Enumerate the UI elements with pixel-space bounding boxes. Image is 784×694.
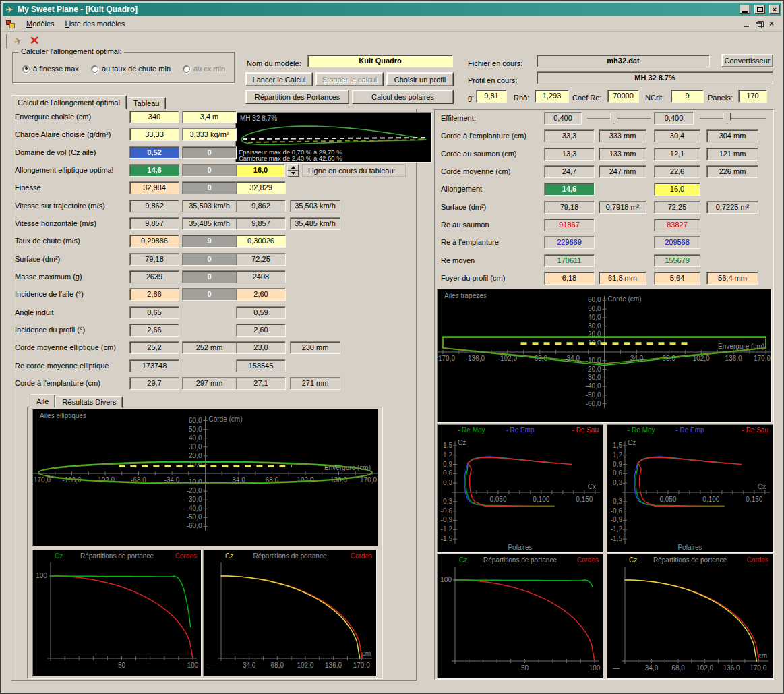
polars-calc-button[interactable]: Calcul des polaires <box>352 90 454 104</box>
elliptic-wing-chartbox: 170,0-136,0-102,0-68,0-34,034,068,0102,0… <box>32 409 378 546</box>
slider-thumb[interactable] <box>610 113 617 124</box>
mdi-close-button[interactable]: × <box>769 21 774 27</box>
mdi-restore-button[interactable] <box>756 21 762 27</box>
svg-text:Répartitions de portance: Répartitions de portance <box>80 552 154 560</box>
choose-profile-button[interactable]: Choisir un profil <box>386 72 454 86</box>
row-label-re-moyen: Re moyen <box>441 254 542 267</box>
tab-calcul-de-l-allongement-optimal[interactable]: Calcul de l'allongement optimal <box>11 95 127 109</box>
svg-text:Cz: Cz <box>225 552 233 560</box>
row-label-allongement-elliptique-optimal: Allongement elliptique optimal <box>15 164 129 177</box>
param-label-rho: Rhô: <box>514 92 529 105</box>
radio-au-taux-de-chute-min[interactable]: au taux de chute min <box>91 65 171 73</box>
svg-text:- Re Moy: - Re Moy <box>628 426 655 434</box>
menu-liste-des-modeles[interactable]: Liste des modèles <box>60 18 131 30</box>
tab-resultats-divers[interactable]: Résultats Divers <box>55 396 123 408</box>
lift-distribution-button[interactable]: Répartition des Portances <box>245 90 349 104</box>
svg-text:Cz: Cz <box>55 552 63 560</box>
svg-text:30,0: 30,0 <box>189 443 202 451</box>
param-field-ncrit[interactable]: 9 <box>671 90 704 103</box>
model-name-field[interactable]: Kult Quadro <box>307 55 453 67</box>
field-incidence-du-profil-c1: 2,66 <box>129 324 179 337</box>
svg-text:-0,3: -0,3 <box>441 498 453 505</box>
polar-chartbox-2: 0,3-0,30,6-0,60,9-0,91,2-1,21,5-1,50,050… <box>607 424 773 553</box>
chart-ailes-trapezes: 170,0-136,0-102,0-68,0-34,034,068,0102,0… <box>438 289 771 422</box>
chart-ailes-elliptiques: 170,0-136,0-102,0-68,0-34,034,068,0102,0… <box>33 409 378 546</box>
field-vitesse-sur-trajectoire-m-s-c1: 9,862 <box>129 200 179 212</box>
slider-thumb[interactable] <box>723 113 731 124</box>
field-taux-de-chute-m-s-c3[interactable]: 0,30026 <box>236 235 286 248</box>
toolbar-delete-button[interactable]: ✕ <box>26 34 42 49</box>
tab-tableau[interactable]: Tableau <box>127 97 167 109</box>
field-finesse-c3[interactable]: 32,829 <box>236 181 286 194</box>
field-envergure-choisie-cm-c2[interactable]: 3,4 m <box>182 111 237 123</box>
field-angle-induit-c1: 0,65 <box>129 306 179 319</box>
allongement-spinner[interactable] <box>287 164 299 177</box>
svg-text:Corde (cm): Corde (cm) <box>209 415 243 423</box>
field-corde-moyenne-elliptique-cm-c2: 252 mm <box>182 341 237 354</box>
svg-text:Cordes: Cordes <box>175 552 197 560</box>
spin-down-button[interactable] <box>287 171 299 177</box>
field-envergure-choisie-cm-c1[interactable]: 340 <box>129 111 179 123</box>
radio-a-finesse-max[interactable]: à finesse max <box>22 65 79 73</box>
field-charge-alaire-choisie-g-dm-c2[interactable]: 3,333 kg/m² <box>182 128 237 141</box>
param-field-coef-re[interactable]: 70000 <box>607 90 639 103</box>
svg-text:68,0: 68,0 <box>671 664 685 672</box>
trapez-wing-chartbox: 170,0-136,0-102,0-68,0-34,034,068,0102,0… <box>437 289 772 423</box>
param-field-panels[interactable]: 170 <box>738 90 767 103</box>
mdi-minimize-button[interactable] <box>744 26 749 27</box>
field-vitesse-sur-trajectoire-m-s-c2: 35,503 km/h <box>182 200 237 212</box>
mdi-window-controls: × <box>744 21 779 27</box>
field-charge-alaire-choisie-g-dm-c1[interactable]: 33,33 <box>129 128 179 141</box>
svg-text:Répartitions de portance: Répartitions de portance <box>253 552 327 560</box>
document-icon <box>6 19 17 29</box>
svg-text:60,0: 60,0 <box>588 296 601 303</box>
field-vitesse-sur-trajectoire-m-s-c4: 35,503 km/h <box>290 200 340 212</box>
svg-text:20,0: 20,0 <box>189 452 202 459</box>
svg-text:0,100: 0,100 <box>533 496 549 503</box>
svg-text:MH 32 8.7%: MH 32 8.7% <box>240 115 277 122</box>
airfoil-chart: MH 32 8.7%Epaisseur max de 8,70 % à 29,7… <box>236 113 431 162</box>
param-field-g[interactable]: 9,81 <box>476 90 507 103</box>
field-allongement-c3[interactable]: 16,0 <box>654 183 700 196</box>
radio-label: à finesse max <box>33 65 79 73</box>
field-corde-a-l-emplanture-cm-c2: 297 mm <box>182 377 237 390</box>
launch-calc-button[interactable]: Lancer le Calcul <box>245 72 313 86</box>
effilement-slider-2[interactable] <box>700 112 766 125</box>
svg-text:0,100: 0,100 <box>702 496 719 503</box>
row-label-angle-induit: Angle induit <box>15 306 129 319</box>
toolbar-plane-button[interactable]: ✈ <box>10 34 26 49</box>
red-x-icon: ✕ <box>30 36 39 47</box>
close-button[interactable]: × <box>769 5 780 14</box>
svg-text:-1,2: -1,2 <box>441 525 453 533</box>
param-field-rho[interactable]: 1,293 <box>535 90 569 103</box>
svg-text:170,0: 170,0 <box>353 662 370 669</box>
param-label-g: g: <box>468 92 474 105</box>
effilement-slider-1[interactable] <box>587 112 651 125</box>
converter-button[interactable]: Convertisseur <box>721 54 773 67</box>
svg-text:- Re Sau: - Re Sau <box>572 426 599 434</box>
row-label-re-a-l-emplanture: Re à l'emplanture <box>441 236 542 249</box>
svg-text:Cordes: Cordes <box>747 556 768 564</box>
svg-text:170,0: 170,0 <box>34 476 51 484</box>
field-corde-moyenne-cm-c4: 226 mm <box>706 165 758 178</box>
svg-text:50: 50 <box>118 662 126 669</box>
maximize-button[interactable] <box>754 5 765 14</box>
svg-text:1,2: 1,2 <box>443 451 452 459</box>
svg-text:-20,0: -20,0 <box>586 366 601 373</box>
chart-portance-1: CzRépartitions de portanceCordes10050100 <box>33 550 201 676</box>
field-allongement-elliptique-optimal-c3[interactable]: 16,0 <box>236 164 285 177</box>
svg-text:Répartitions de portance: Répartitions de portance <box>653 556 727 564</box>
minimize-button[interactable] <box>740 5 750 14</box>
svg-text:50,0: 50,0 <box>588 305 601 312</box>
menu-modeles[interactable]: Modèles <box>21 18 60 30</box>
field-corde-au-saumon-cm-c2: 133 mm <box>599 148 646 161</box>
svg-text:0,6: 0,6 <box>613 469 622 477</box>
svg-text:Ailes elliptiques: Ailes elliptiques <box>40 412 86 420</box>
svg-text:Cz: Cz <box>629 556 637 564</box>
spin-up-button[interactable] <box>287 164 299 171</box>
tab-aile[interactable]: Aile <box>30 394 55 408</box>
window-title: My Sweet Plane - [Kult Quadro] <box>18 5 735 14</box>
field-foyer-du-profil-cm-c2: 61,8 mm <box>599 272 646 285</box>
field-corde-a-l-emplanture-cm-c3: 30,4 <box>654 129 700 142</box>
toolbar-grip[interactable] <box>5 34 7 48</box>
